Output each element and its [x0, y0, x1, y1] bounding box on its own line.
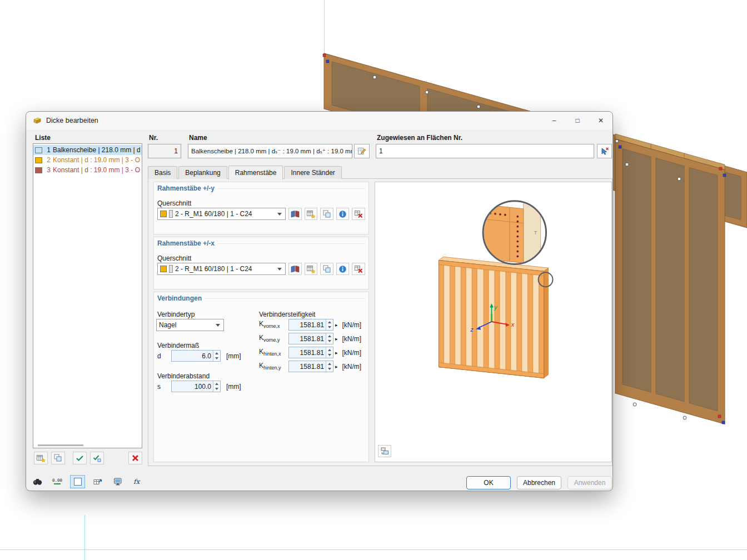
connector-spacing-input[interactable]: 100.0	[171, 381, 221, 392]
cross-section-mini-icon	[169, 265, 173, 273]
nr-field[interactable]: 1	[148, 144, 181, 158]
axis-x-label: x	[511, 321, 515, 328]
check-selected-button[interactable]	[90, 452, 104, 464]
dialog-titlebar[interactable]: Dicke bearbeiten – □ ✕	[26, 112, 612, 129]
info-icon	[338, 265, 347, 273]
tab-rahmenstaebe[interactable]: Rahmenstäbe	[228, 166, 283, 179]
stiffness-input[interactable]: 1581.81	[288, 319, 333, 331]
spin-up-icon[interactable]	[326, 347, 333, 353]
spin-down-icon[interactable]	[326, 339, 333, 344]
monitor-icon	[113, 477, 122, 486]
section-title: Verbindungen	[157, 294, 202, 302]
cross-section-dropdown[interactable]: 2 - R_M1 60/180 | 1 - C24	[157, 263, 286, 275]
horizontal-scrollbar[interactable]	[38, 444, 83, 446]
display-color-button[interactable]	[70, 475, 85, 488]
preview-options-button[interactable]	[378, 445, 391, 457]
connector-type-dropdown[interactable]: Nagel	[156, 319, 224, 331]
list-item-1[interactable]: 1 Balkenscheibe | 218.0 mm | dₛ⁻ :	[33, 145, 142, 155]
section-info-button[interactable]	[336, 263, 350, 275]
stiffness-symbol: Kvorne,x	[259, 320, 288, 329]
color-square-icon	[74, 478, 82, 486]
nr-label: Nr.	[149, 134, 158, 142]
stiffness-value: 1581.81	[289, 361, 326, 372]
list-item-3[interactable]: 3 Konstant | d : 19.0 mm | 3 - OSB	[33, 165, 142, 175]
section-copy-button[interactable]	[320, 208, 333, 220]
unit-label: [kN/m]	[342, 349, 362, 357]
unit-label: [kN/m]	[342, 321, 362, 329]
connector-size-input[interactable]: 6.0	[171, 350, 221, 362]
library-book-icon	[291, 210, 300, 218]
unit-label: [kN/m]	[342, 363, 362, 371]
cross-section-dropdown[interactable]: 2 - R_M1 60/180 | 1 - C24	[157, 208, 286, 220]
thickness-list: 1 Balkenscheibe | 218.0 mm | dₛ⁻ : 2 Kon…	[33, 143, 142, 448]
decimal-places-button[interactable]: 0.00	[50, 475, 65, 488]
spin-down-icon[interactable]	[326, 325, 333, 331]
preview-panel: y x z	[375, 182, 612, 462]
connector-spacing-value: 100.0	[172, 381, 213, 392]
section-new-button[interactable]	[305, 208, 318, 220]
spin-down-icon[interactable]	[326, 367, 333, 372]
section-rahmenstaebe-y: Rahmenstäbe +/-y Querschnitt 2 - R_M1 60…	[153, 182, 369, 234]
cancel-button[interactable]: Abbrechen	[517, 476, 561, 489]
minimize-button[interactable]: –	[542, 112, 566, 129]
section-info-button[interactable]	[336, 208, 350, 220]
item-label: Konstant | d : 19.0 mm | 3 - OSB	[53, 156, 140, 164]
magnifier-label: T	[534, 230, 537, 236]
name-field[interactable]: Balkenscheibe | 218.0 mm | dₛ⁻ : 19.0 mm…	[188, 144, 352, 158]
svg-text:0.00: 0.00	[52, 478, 63, 483]
spin-down-icon[interactable]	[326, 353, 333, 358]
item-number: 2	[44, 156, 51, 164]
section-delete-button[interactable]	[352, 208, 365, 220]
ok-button[interactable]: OK	[466, 476, 511, 489]
stiffness-input[interactable]: 1581.81	[288, 347, 333, 358]
tab-bar: Basis Beplankung Rahmenstäbe Innere Stän…	[148, 165, 343, 179]
detail-arrow-icon[interactable]: ▸	[335, 350, 338, 356]
new-table-icon	[37, 454, 46, 463]
size-symbol: d	[157, 352, 171, 360]
formula-button[interactable]: fx	[130, 475, 145, 488]
display-settings-button[interactable]	[110, 475, 125, 488]
details-button[interactable]	[30, 475, 45, 488]
section-copy-button[interactable]	[320, 263, 333, 275]
tab-innere-staender[interactable]: Innere Ständer	[284, 166, 341, 179]
unit-label: [kN/m]	[342, 335, 362, 343]
copy-item-button[interactable]	[51, 452, 65, 464]
apply-button[interactable]: Anwenden	[567, 476, 612, 489]
stiffness-value: 1581.81	[289, 347, 326, 358]
spin-up-icon[interactable]	[326, 333, 333, 339]
detail-arrow-icon[interactable]: ▸	[335, 336, 338, 342]
list-item-2[interactable]: 2 Konstant | d : 19.0 mm | 3 - OSB	[33, 155, 142, 165]
stiffness-input[interactable]: 1581.81	[288, 333, 333, 344]
spin-up-icon[interactable]	[326, 319, 333, 325]
spin-up-icon[interactable]	[213, 381, 220, 387]
section-new-button[interactable]	[305, 263, 318, 275]
close-button[interactable]: ✕	[589, 112, 612, 129]
cross-section-label: Querschnitt	[157, 254, 191, 262]
copy-icon	[323, 210, 331, 218]
spin-down-icon[interactable]	[213, 356, 220, 362]
tab-basis[interactable]: Basis	[148, 166, 177, 179]
maximize-button[interactable]: □	[566, 112, 589, 129]
edit-name-button[interactable]	[354, 144, 370, 158]
check-all-button[interactable]	[73, 452, 87, 464]
assigned-surfaces-field[interactable]: 1	[376, 144, 594, 158]
detail-arrow-icon[interactable]: ▸	[335, 364, 338, 369]
spin-down-icon[interactable]	[213, 387, 220, 392]
tab-beplankung[interactable]: Beplankung	[178, 166, 227, 179]
name-value: Balkenscheibe | 218.0 mm | dₛ⁻ : 19.0 mm…	[191, 147, 352, 155]
select-surfaces-button[interactable]	[597, 144, 612, 158]
color-swatch	[35, 157, 42, 163]
detail-arrow-icon[interactable]: ▸	[335, 322, 338, 328]
section-library-button[interactable]	[288, 263, 302, 275]
assign-units-button[interactable]	[90, 475, 105, 488]
spin-up-icon[interactable]	[326, 361, 333, 367]
spin-up-icon[interactable]	[213, 351, 220, 356]
new-item-button[interactable]	[34, 452, 48, 464]
screen: Dicke bearbeiten – □ ✕ Liste 1 Balkensch…	[0, 0, 747, 560]
delete-item-button[interactable]	[128, 452, 142, 464]
connector-type-value: Nagel	[159, 321, 211, 329]
section-delete-button[interactable]	[352, 263, 365, 275]
section-library-button[interactable]	[288, 208, 302, 220]
stiffness-input[interactable]: 1581.81	[288, 361, 333, 372]
section-color-swatch	[160, 266, 167, 272]
